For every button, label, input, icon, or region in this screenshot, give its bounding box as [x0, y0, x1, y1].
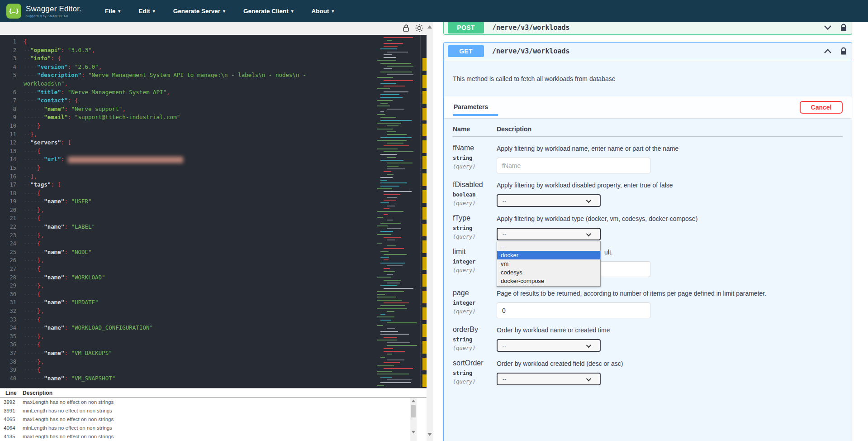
tab-parameters[interactable]: Parameters [453, 99, 498, 116]
warning-mark[interactable] [422, 140, 427, 153]
code-line: 9······"email": "support@tttech-industri… [0, 113, 375, 122]
warning-mark[interactable] [422, 307, 427, 320]
chevron-down-icon [586, 343, 591, 348]
warning-mark[interactable] [422, 257, 427, 270]
orderBy-select[interactable]: -- [497, 339, 601, 352]
opblock-get-workloads: GET /nerve/v3/workloads This method is c… [443, 42, 852, 441]
code-line: 20····}, [0, 206, 375, 215]
warning-mark[interactable] [422, 124, 427, 136]
code-line: 35····}, [0, 332, 375, 341]
warning-mark[interactable] [422, 274, 427, 287]
warning-mark[interactable] [422, 91, 427, 104]
scroll-down-icon[interactable] [412, 431, 415, 434]
warning-mark[interactable] [422, 291, 427, 303]
line-number: 19 [0, 197, 24, 206]
opblock-post-workloads: POST /nerve/v3/workloads [443, 20, 852, 35]
param-in: (query) [453, 267, 497, 273]
param-name: limit [453, 248, 497, 256]
warning-mark[interactable] [422, 374, 427, 387]
warning-mark[interactable] [422, 58, 427, 71]
parameters-section-header: Parameters Cancel [444, 96, 852, 118]
param-type: string [453, 336, 497, 343]
scroll-up-icon[interactable] [427, 25, 432, 29]
unlock-icon[interactable] [402, 24, 412, 34]
caret-down-icon: ▼ [222, 9, 226, 14]
warning-mark[interactable] [422, 324, 427, 337]
warning-mark[interactable] [422, 156, 427, 169]
fType-select[interactable]: -- [497, 228, 601, 240]
error-row[interactable]: 3991minLength has no effect on non strin… [0, 406, 427, 415]
menu-about[interactable]: About▼ [312, 8, 335, 14]
warning-mark[interactable] [422, 240, 427, 253]
error-row[interactable]: 4135maxLength has no effect on non strin… [0, 432, 427, 441]
chevron-down-icon[interactable] [824, 25, 832, 30]
code-line: 3··"info": { [0, 54, 375, 63]
option-docker[interactable]: docker [497, 251, 600, 259]
option-vm[interactable]: vm [497, 259, 600, 268]
line-number: 32 [0, 307, 24, 316]
cancel-button[interactable]: Cancel [800, 101, 843, 114]
error-row[interactable]: 3992maxLength has no effect on non strin… [0, 398, 427, 406]
line-number: 21 [0, 214, 24, 223]
line-number: 2 [0, 46, 24, 55]
json-code-editor[interactable]: 1{2··"openapi": "3.0.3",3··"info": {4···… [0, 35, 427, 388]
param-name: orderBy [453, 326, 497, 334]
error-row[interactable]: 4065maxLength has no effect on non strin… [0, 415, 427, 423]
line-number: 30 [0, 290, 24, 299]
post-summary-row[interactable]: POST /nerve/v3/workloads [444, 20, 852, 34]
page-input[interactable] [497, 302, 650, 318]
line-number: 4 [0, 63, 24, 72]
post-method-badge: POST [448, 22, 484, 34]
editor-toolbar [0, 22, 427, 35]
fDisabled-select[interactable]: -- [497, 194, 601, 207]
option-docker-compose[interactable]: docker-compose [497, 277, 600, 285]
code-line: 18····{ [0, 189, 375, 198]
option-codesys[interactable]: codesys [497, 268, 600, 277]
swagger-logo[interactable]: {…} Swagger Editor. Supported by SMARTBE… [6, 4, 81, 19]
menu-generate-server[interactable]: Generate Server▼ [173, 8, 226, 14]
line-number: 7 [0, 96, 24, 105]
warning-marks-column [422, 35, 427, 388]
lock-icon[interactable] [840, 47, 847, 55]
error-pane-header: Line Description [0, 388, 427, 398]
menu-file[interactable]: File▼ [105, 8, 121, 14]
caret-down-icon: ▼ [152, 9, 156, 14]
scrollbar-thumb[interactable] [411, 405, 416, 417]
code-line: 22······"name": "LABEL" [0, 223, 375, 231]
code-line: 36····{ [0, 340, 375, 349]
line-number: 6 [0, 88, 24, 97]
menu-edit[interactable]: Edit▼ [138, 8, 156, 14]
error-row[interactable]: 4064minLength has no effect on non strin… [0, 424, 427, 432]
line-number: 15 [0, 164, 24, 173]
get-summary-row[interactable]: GET /nerve/v3/workloads [444, 43, 852, 60]
error-pane-scrollbar[interactable] [410, 398, 417, 441]
warning-mark[interactable] [422, 173, 427, 186]
param-name: fName [453, 144, 497, 152]
scroll-down-icon[interactable] [427, 433, 432, 436]
chevron-up-icon[interactable] [824, 48, 832, 54]
editor-scrollbar[interactable] [427, 22, 433, 441]
sortOrder-select[interactable]: -- [497, 373, 601, 385]
warning-mark[interactable] [422, 341, 427, 354]
param-name: sortOrder [453, 359, 497, 367]
brightness-icon[interactable] [415, 24, 425, 34]
scroll-up-icon[interactable] [412, 400, 415, 403]
code-line: 39····{ [0, 366, 375, 374]
chevron-down-icon [586, 198, 591, 203]
warning-mark[interactable] [422, 75, 427, 88]
warning-mark[interactable] [422, 108, 427, 120]
line-number: 17 [0, 181, 24, 189]
line-number: 9 [0, 113, 24, 122]
line-number: 33 [0, 316, 24, 324]
option---[interactable]: -- [497, 242, 600, 251]
menu-generate-client[interactable]: Generate Client▼ [243, 8, 294, 14]
warning-mark[interactable] [422, 224, 427, 236]
fName-input[interactable] [497, 158, 650, 173]
warning-mark[interactable] [422, 358, 427, 370]
code-line: 38····}, [0, 358, 375, 366]
warning-mark[interactable] [422, 190, 427, 203]
warning-mark[interactable] [422, 207, 427, 220]
lock-icon[interactable] [840, 24, 847, 32]
caret-down-icon: ▼ [331, 9, 335, 14]
get-path: /nerve/v3/workloads [492, 47, 570, 55]
